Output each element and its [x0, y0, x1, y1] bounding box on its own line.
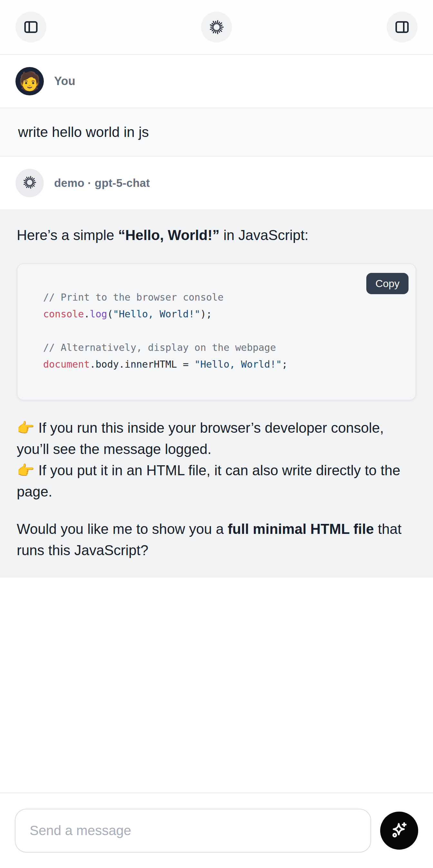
assistant-message: Here’s a simple “Hello, World!” in JavaS… [0, 210, 433, 578]
user-avatar: 🧑 [16, 67, 44, 95]
header [0, 0, 433, 55]
code-content: // Print to the browser console console.… [18, 264, 415, 400]
user-message-text: write hello world in js [18, 124, 149, 140]
user-turn: 🧑 You write hello world in js [0, 55, 433, 157]
send-button[interactable] [380, 812, 418, 849]
toggle-right-sidebar-button[interactable] [386, 11, 417, 42]
user-message: write hello world in js [0, 107, 433, 157]
code-block: Copy // Print to the browser console con… [17, 263, 416, 401]
toggle-left-sidebar-button[interactable] [16, 11, 47, 42]
composer [0, 793, 433, 868]
assistant-tips-text: 👉 If you run this inside your browser’s … [17, 417, 416, 502]
assistant-turn: demo · gpt-5-chat Here’s a simple “Hello… [0, 157, 433, 578]
assistant-intro-text: Here’s a simple “Hello, World!” in JavaS… [17, 224, 416, 246]
user-turn-name: You [54, 74, 75, 88]
assistant-turn-name: demo · gpt-5-chat [54, 177, 150, 189]
panel-left-icon [23, 19, 39, 35]
assistant-turn-header: demo · gpt-5-chat [0, 157, 433, 210]
model-button[interactable] [201, 11, 232, 42]
chat-app: 🧑 You write hello world in js demo · gpt… [0, 0, 433, 868]
person-emoji: 🧑 [18, 72, 41, 90]
message-input[interactable] [15, 809, 371, 852]
empty-scroll-area[interactable] [0, 578, 433, 793]
assistant-avatar [16, 169, 44, 197]
panel-right-icon [394, 19, 410, 35]
assistant-question-text: Would you like me to show you a full min… [17, 519, 416, 561]
sparkle-plus-icon [389, 820, 409, 842]
starburst-icon [23, 175, 37, 191]
copy-code-button[interactable]: Copy [366, 273, 408, 294]
user-turn-header: 🧑 You [0, 55, 433, 107]
model-starburst-icon [209, 19, 224, 35]
